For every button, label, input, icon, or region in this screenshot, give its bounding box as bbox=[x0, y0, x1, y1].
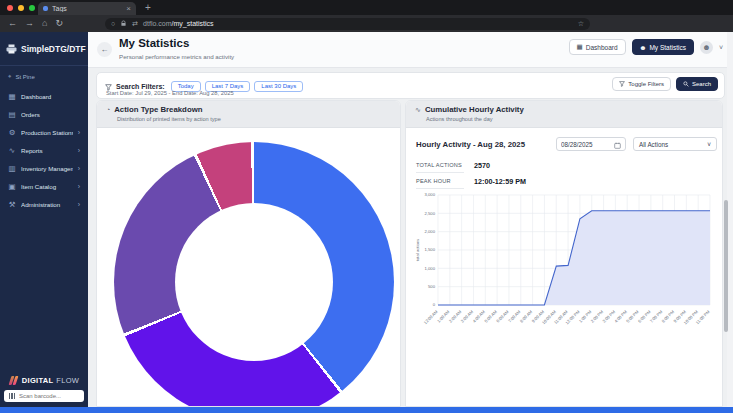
svg-text:2,000: 2,000 bbox=[425, 229, 436, 234]
user-menu-chevron-icon[interactable]: ˅ bbox=[719, 44, 723, 51]
filter-preset-last-30-days[interactable]: Last 30 Days bbox=[254, 81, 303, 92]
url-text[interactable]: dtflo.com/my_statistics bbox=[143, 20, 573, 27]
url-bar[interactable]: ○ ⇄ dtflo.com/my_statistics ☆ bbox=[105, 18, 590, 30]
header-actions: ▦ Dashboard ☻ My Statistics ☻ ˅ bbox=[569, 39, 723, 55]
printer-logo-icon bbox=[6, 40, 17, 58]
swap-icon[interactable]: ⇄ bbox=[132, 20, 138, 27]
svg-text:3,000: 3,000 bbox=[425, 192, 436, 197]
peak-hour-value: 12:00-12:59 PM bbox=[474, 177, 526, 186]
grid-icon: ▦ bbox=[577, 43, 583, 51]
bottom-accent-bar bbox=[0, 407, 733, 413]
chevron-right-icon: › bbox=[78, 183, 80, 190]
page-header: ← My Statistics Personal performance met… bbox=[88, 32, 733, 68]
action-filter-select[interactable]: All Actions ˅ bbox=[633, 137, 717, 151]
sidebar-nav: ▦Dashboard▤Orders⚙Production Stations›∿R… bbox=[0, 87, 88, 213]
select-chevron-icon: ˅ bbox=[707, 141, 711, 148]
filter-actions: Toggle Filters Search bbox=[612, 77, 718, 91]
hourly-card-subtitle: Actions throughout the day bbox=[426, 116, 713, 122]
total-actions-row: TOTAL ACTIONS 2570 bbox=[416, 157, 490, 173]
chevron-right-icon: › bbox=[78, 129, 80, 136]
total-actions-label: TOTAL ACTIONS bbox=[416, 157, 464, 173]
sidebar-item-label: Administration bbox=[21, 201, 73, 208]
svg-text:1,500: 1,500 bbox=[425, 247, 436, 252]
maximize-window-button[interactable] bbox=[29, 5, 35, 11]
digital-flow-mark-icon bbox=[9, 376, 19, 385]
wave-icon: ∿ bbox=[415, 106, 421, 114]
action-type-breakdown-card: ◔ Action Type Breakdown Distribution of … bbox=[96, 100, 401, 407]
sidebar-item-item-catalog[interactable]: ▣Item Catalog› bbox=[0, 177, 88, 195]
digital-flow-light: FLOW bbox=[56, 376, 79, 385]
chevron-right-icon: › bbox=[78, 201, 80, 208]
administration-icon: ⚒ bbox=[8, 200, 16, 209]
date-picker[interactable] bbox=[556, 137, 626, 151]
brand-name: SimpleDTG/DTF bbox=[21, 44, 86, 54]
person-icon: ☻ bbox=[640, 44, 647, 51]
hourly-card-header: ∿ Cumulative Hourly Activity Actions thr… bbox=[406, 101, 722, 128]
svg-text:total actions: total actions bbox=[415, 239, 420, 261]
sidebar-item-label: Inventory Management bbox=[21, 165, 73, 172]
pie-icon: ◔ bbox=[106, 106, 110, 113]
sidebar-item-inventory-management[interactable]: ▥Inventory Management› bbox=[0, 159, 88, 177]
sidebar-footer: DIGITAL FLOW bbox=[0, 376, 88, 407]
brand[interactable]: SimpleDTG/DTF bbox=[0, 32, 88, 66]
my-statistics-button[interactable]: ☻ My Statistics bbox=[632, 39, 694, 55]
sidebar-item-administration[interactable]: ⚒Administration› bbox=[0, 195, 88, 213]
inventory-management-icon: ▥ bbox=[8, 164, 16, 173]
svg-text:0: 0 bbox=[433, 302, 436, 307]
browser-tab[interactable]: Tags × bbox=[38, 2, 136, 15]
toggle-filters-button[interactable]: Toggle Filters bbox=[612, 77, 671, 91]
hourly-chart-title: Hourly Activity - Aug 28, 2025 bbox=[416, 140, 525, 149]
chevron-right-icon: › bbox=[78, 165, 80, 172]
sidebar-item-label: Production Stations bbox=[21, 129, 73, 136]
back-button[interactable]: ← bbox=[97, 42, 112, 57]
sidebar-location[interactable]: ⌖ St Pine bbox=[0, 66, 88, 87]
search-button[interactable]: Search bbox=[676, 77, 718, 91]
user-avatar[interactable]: ☻ bbox=[700, 41, 713, 54]
scrollbar-thumb[interactable] bbox=[724, 200, 728, 332]
hourly-card-title: ∿ Cumulative Hourly Activity bbox=[415, 105, 713, 114]
bookmark-star-icon[interactable]: ☆ bbox=[578, 20, 584, 27]
forward-icon[interactable]: → bbox=[25, 19, 34, 28]
barcode-icon bbox=[9, 393, 15, 399]
back-icon[interactable]: ← bbox=[8, 19, 17, 28]
sidebar-item-dashboard[interactable]: ▦Dashboard bbox=[0, 87, 88, 105]
chevron-right-icon: › bbox=[78, 147, 80, 154]
orders-icon: ▤ bbox=[8, 110, 16, 119]
action-type-donut-chart bbox=[114, 142, 394, 407]
sidebar-item-label: Orders bbox=[21, 111, 80, 118]
tab-close-icon[interactable]: × bbox=[126, 5, 131, 13]
total-actions-value: 2570 bbox=[474, 161, 490, 170]
new-tab-button[interactable]: + bbox=[145, 2, 151, 13]
main-content: ← My Statistics Personal performance met… bbox=[88, 32, 733, 407]
home-icon[interactable]: ⌂ bbox=[42, 19, 47, 28]
reload-icon[interactable]: ↻ bbox=[55, 19, 63, 28]
close-window-button[interactable] bbox=[7, 5, 13, 11]
sidebar-item-label: Reports bbox=[21, 147, 73, 154]
scan-barcode-box[interactable] bbox=[4, 390, 84, 402]
sidebar-item-production-stations[interactable]: ⚙Production Stations› bbox=[0, 123, 88, 141]
calendar-icon[interactable] bbox=[614, 135, 621, 153]
item-catalog-icon: ▣ bbox=[8, 182, 16, 191]
window-controls[interactable] bbox=[7, 5, 35, 11]
page-subtitle: Personal performance metrics and activit… bbox=[119, 53, 234, 60]
date-range-text: Start Date: Jul 29, 2025 - End Date: Aug… bbox=[106, 90, 234, 96]
location-label: St Pine bbox=[15, 74, 34, 80]
scan-barcode-input[interactable] bbox=[19, 393, 77, 399]
sidebar: SimpleDTG/DTF ⌖ St Pine ▦Dashboard▤Order… bbox=[0, 32, 88, 407]
breakdown-card-header: ◔ Action Type Breakdown Distribution of … bbox=[97, 101, 400, 128]
lock-icon bbox=[120, 20, 127, 28]
site-info-icon[interactable]: ○ bbox=[111, 20, 115, 27]
donut-hole bbox=[175, 203, 333, 361]
sidebar-item-reports[interactable]: ∿Reports› bbox=[0, 141, 88, 159]
svg-text:12:00 AM: 12:00 AM bbox=[423, 309, 439, 325]
date-input[interactable] bbox=[561, 141, 611, 148]
digital-flow-logo: DIGITAL FLOW bbox=[4, 376, 84, 385]
minimize-window-button[interactable] bbox=[18, 5, 24, 11]
sidebar-item-orders[interactable]: ▤Orders bbox=[0, 105, 88, 123]
breakdown-card-subtitle: Distribution of printed items by action … bbox=[117, 116, 391, 122]
browser-tab-bar: Tags × + bbox=[0, 0, 733, 15]
cumulative-hourly-activity-card: ∿ Cumulative Hourly Activity Actions thr… bbox=[405, 100, 723, 407]
dashboard-button[interactable]: ▦ Dashboard bbox=[569, 39, 626, 55]
filter-bar: Search Filters: TodayLast 7 DaysLast 30 … bbox=[96, 72, 725, 99]
svg-text:500: 500 bbox=[428, 284, 436, 289]
